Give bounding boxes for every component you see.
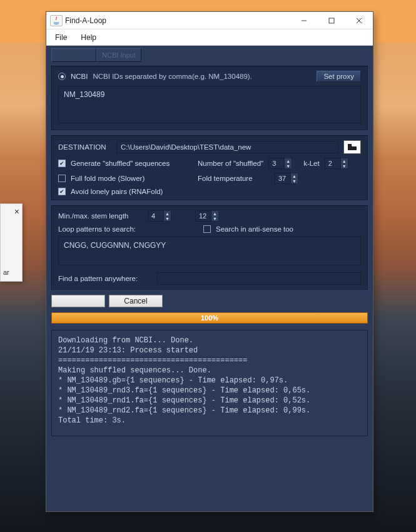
klet-spinner[interactable]: 2 ▲▼ xyxy=(325,158,348,169)
destination-section: DESTINATION Generate "shuffled" sequence… xyxy=(51,135,368,200)
avoid-lonely-checkbox[interactable] xyxy=(58,188,66,195)
loop-patterns-label: Loop patterns to search: xyxy=(58,225,198,233)
chevron-up-icon[interactable]: ▲ xyxy=(211,211,218,216)
destination-label: DESTINATION xyxy=(58,143,111,151)
tab-row: NCBI Input xyxy=(51,48,368,62)
fold-temp-spinner[interactable]: 37 ▲▼ xyxy=(275,173,298,184)
background-popup: × ar xyxy=(0,203,23,282)
close-button[interactable] xyxy=(345,12,373,29)
find-anywhere-label: Find a pattern anywhere: xyxy=(58,275,152,282)
generate-shuffled-label: Generate "shuffled" sequences xyxy=(71,160,193,167)
chevron-down-icon[interactable]: ▼ xyxy=(211,216,218,221)
ncbi-radio[interactable] xyxy=(58,73,66,80)
menubar: File Help xyxy=(46,29,373,46)
java-icon xyxy=(50,15,63,26)
chevron-up-icon[interactable]: ▲ xyxy=(291,173,298,178)
menu-help[interactable]: Help xyxy=(76,31,101,44)
loop-patterns-input[interactable] xyxy=(58,237,361,265)
stem-section: Min./max. stem length 4 ▲▼ 12 ▲▼ Loop pa… xyxy=(51,205,368,290)
progress-label: 100% xyxy=(201,314,218,322)
ncbi-label: NCBI xyxy=(71,73,88,80)
klet-label: k-Let xyxy=(303,160,320,167)
minimize-button[interactable] xyxy=(290,12,318,29)
source-section: NCBI NCBI IDs separated by comma(e.g. NM… xyxy=(51,66,368,130)
window-title: Find-A-Loop xyxy=(65,16,290,25)
tab-ncbi-input[interactable]: NCBI Input xyxy=(96,48,141,62)
full-fold-checkbox[interactable] xyxy=(58,175,66,182)
chevron-up-icon[interactable]: ▲ xyxy=(285,158,292,163)
stem-max-spinner[interactable]: 12 ▲▼ xyxy=(195,210,219,222)
chevron-up-icon[interactable]: ▲ xyxy=(341,158,348,163)
tab-blank[interactable] xyxy=(51,48,96,62)
svg-rect-1 xyxy=(329,18,334,23)
browse-folder-button[interactable] xyxy=(343,140,361,154)
control-bar: Cancel xyxy=(51,295,368,307)
chevron-down-icon[interactable]: ▼ xyxy=(341,163,348,168)
client-area: NCBI Input NCBI NCBI IDs separated by co… xyxy=(46,46,373,511)
stem-min-spinner[interactable]: 4 ▲▼ xyxy=(148,210,171,222)
stem-length-label: Min./max. stem length xyxy=(58,212,143,220)
chevron-down-icon[interactable]: ▼ xyxy=(285,163,292,168)
full-fold-label: Full fold mode (Slower) xyxy=(71,175,193,182)
run-button[interactable] xyxy=(51,295,105,307)
number-shuffled-label: Number of "shuffled" xyxy=(198,160,263,167)
avoid-lonely-label: Avoid lonely pairs (RNAFold) xyxy=(71,188,163,195)
ncbi-ids-input[interactable] xyxy=(58,86,361,123)
find-anywhere-input[interactable] xyxy=(157,272,361,285)
titlebar: Find-A-Loop xyxy=(46,12,373,29)
destination-path-input[interactable] xyxy=(116,141,338,153)
fold-temp-label: Fold temperature xyxy=(198,175,270,182)
maximize-button[interactable] xyxy=(318,12,345,29)
progress-bar: 100% xyxy=(51,312,368,324)
chevron-down-icon[interactable]: ▼ xyxy=(164,216,171,221)
chevron-down-icon[interactable]: ▼ xyxy=(291,178,298,183)
background-popup-label: ar xyxy=(3,269,9,276)
number-shuffled-spinner[interactable]: 3 ▲▼ xyxy=(268,158,292,169)
ncbi-hint: NCBI IDs separated by comma(e.g. NM_1304… xyxy=(93,73,312,80)
anti-sense-checkbox[interactable] xyxy=(203,225,211,233)
cancel-button[interactable]: Cancel xyxy=(109,295,163,307)
anti-sense-label: Search in anti-sense too xyxy=(216,225,293,233)
close-icon[interactable]: × xyxy=(14,207,19,217)
generate-shuffled-checkbox[interactable] xyxy=(58,160,66,167)
chevron-up-icon[interactable]: ▲ xyxy=(164,211,171,216)
svg-rect-4 xyxy=(348,144,352,146)
app-window: Find-A-Loop File Help NCBI Input NCBI NC… xyxy=(46,11,373,512)
menu-file[interactable]: File xyxy=(50,31,72,44)
folder-icon xyxy=(347,143,357,151)
log-output[interactable]: Downloading from NCBI... Done. 21/11/19 … xyxy=(51,330,368,436)
set-proxy-button[interactable]: Set proxy xyxy=(317,71,361,82)
